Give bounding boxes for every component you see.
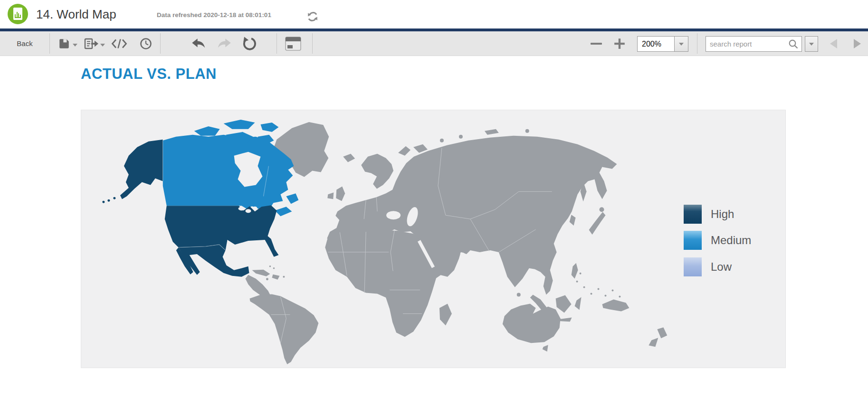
legend-swatch-high [684,205,702,224]
world-map[interactable] [81,110,785,368]
legend-label: Low [711,260,732,274]
legend-label: Medium [711,234,751,247]
toolbar: Back [0,31,868,56]
page-title: 14. World Map [36,0,116,28]
panel-window-icon[interactable] [285,37,301,51]
revert-icon[interactable] [242,37,257,51]
previous-page-icon[interactable] [830,39,837,48]
caret-down-icon [809,43,814,46]
back-button[interactable]: Back [0,31,49,56]
app-header: 14. World Map Data refreshed 2020-12-18 … [0,0,868,28]
history-clock-icon[interactable] [140,38,152,50]
legend-row-medium: Medium [684,231,751,250]
search-report-input[interactable] [706,37,786,51]
legend-swatch-medium [684,231,702,250]
report-heading: ACTUAL VS. PLAN [81,66,217,83]
legend-label: High [711,208,734,221]
legend-row-low: Low [684,257,732,276]
save-icon[interactable] [57,38,71,50]
code-icon[interactable] [111,38,127,50]
zoom-in-icon[interactable] [613,38,626,50]
zoom-out-icon[interactable] [591,43,602,45]
zoom-level-dropdown-button[interactable] [674,37,688,51]
next-page-icon[interactable] [854,39,861,48]
legend-swatch-low [684,257,702,276]
world-map-panel: High Medium Low [81,110,786,368]
toolbar-separator [697,33,697,54]
country-shapes[interactable] [246,122,668,364]
export-dropdown-caret[interactable] [100,44,105,47]
caret-down-icon [679,43,684,46]
save-dropdown-caret[interactable] [73,44,77,47]
toolbar-separator [160,33,161,54]
refresh-icon[interactable] [306,10,319,23]
data-refreshed-text: Data refreshed 2020-12-18 at 08:01:01 [157,0,271,28]
zoom-level-value[interactable]: 200% [638,37,674,51]
search-report-box [706,36,802,52]
search-icon[interactable] [788,39,799,49]
app-logo-icon [8,4,28,24]
undo-icon[interactable] [191,38,206,50]
highlighted-countries[interactable] [102,120,298,277]
toolbar-separator [49,33,50,54]
redo-icon[interactable] [217,38,232,50]
legend-row-high: High [684,205,734,224]
zoom-level-combo[interactable]: 200% [637,36,688,52]
toolbar-separator [312,33,313,54]
search-dropdown-button[interactable] [805,36,818,52]
toolbar-separator [277,33,277,54]
export-icon[interactable] [84,38,99,50]
